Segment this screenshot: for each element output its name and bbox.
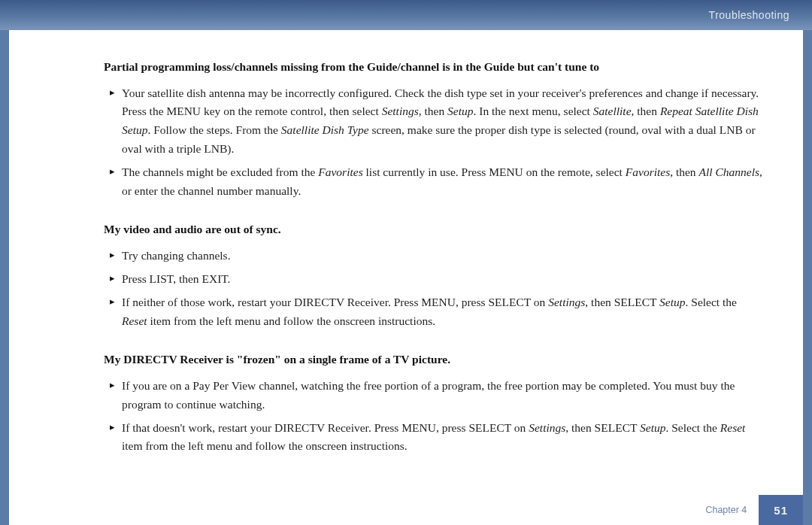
section-frozen: My DIRECTV Receiver is "frozen" on a sin… <box>41 351 771 456</box>
section-programming-loss: Partial programming loss/channels missin… <box>41 59 771 200</box>
footer-chapter: Chapter 4 <box>693 495 759 525</box>
list-item: If you are on a Pay Per View channel, wa… <box>122 377 771 414</box>
list-item: Press LIST, then EXIT. <box>122 270 771 289</box>
list-item: If neither of those work, restart your D… <box>122 293 771 331</box>
breadcrumb: Troubleshooting <box>709 9 789 21</box>
bullet-list: Your satellite dish antenna may be incor… <box>41 84 771 201</box>
list-item: If that doesn't work, restart your DIREC… <box>122 419 771 457</box>
section-av-sync: My video and audio are out of sync. Try … <box>41 221 771 330</box>
list-item: The channels might be excluded from the … <box>122 163 771 201</box>
footer: Chapter 4 51 <box>693 495 803 525</box>
footer-page-number: 51 <box>759 495 803 525</box>
section-heading: My DIRECTV Receiver is "frozen" on a sin… <box>41 351 771 368</box>
page-body: Partial programming loss/channels missin… <box>9 0 803 525</box>
section-heading: Partial programming loss/channels missin… <box>41 59 771 75</box>
bullet-list: If you are on a Pay Per View channel, wa… <box>41 377 771 456</box>
list-item: Try changing channels. <box>122 247 771 266</box>
header-band: Troubleshooting <box>0 0 812 30</box>
list-item: Your satellite dish antenna may be incor… <box>122 84 771 159</box>
section-heading: My video and audio are out of sync. <box>41 221 771 238</box>
bullet-list: Try changing channels. Press LIST, then … <box>41 247 771 330</box>
